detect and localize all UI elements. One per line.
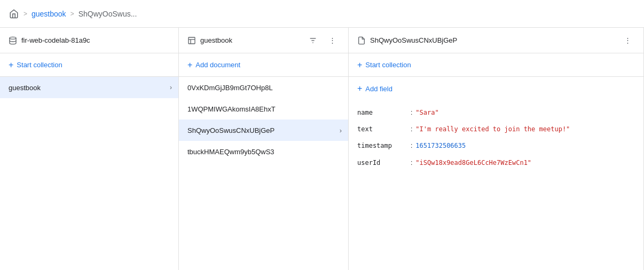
plus-icon: + bbox=[357, 60, 362, 70]
breadcrumb-guestbook[interactable]: guestbook bbox=[32, 10, 66, 18]
fields-panel: ShQwyOoSwusCNxUBjGeP ⋮ + Start collectio… bbox=[349, 28, 644, 270]
more-vert-icon-right[interactable]: ⋮ bbox=[620, 33, 635, 48]
add-field-button[interactable]: + Add field bbox=[357, 84, 392, 93]
start-collection-label: Start collection bbox=[17, 61, 62, 69]
add-document-button[interactable]: + Add document bbox=[187, 60, 240, 70]
document-item-2[interactable]: ShQwyOoSwusCNxUBjGeP › bbox=[179, 120, 348, 141]
filter-icon[interactable] bbox=[305, 33, 320, 48]
document-label: 1WQPMIWGAkomsIA8EhxT bbox=[187, 105, 276, 113]
add-document-label: Add document bbox=[195, 61, 240, 69]
collection-item-label: guestbook bbox=[9, 84, 41, 92]
plus-icon: + bbox=[357, 84, 362, 93]
fields-area: name : "Sara" text : "I'm really excited… bbox=[349, 100, 643, 270]
field-key-userId: userId bbox=[357, 158, 411, 168]
breadcrumb-bar: > guestbook > ShQwyOoSwus... bbox=[0, 0, 644, 28]
start-collection-button[interactable]: + Start collection bbox=[9, 60, 62, 70]
collections-panel: fir-web-codelab-81a9c + Start collection… bbox=[0, 28, 179, 270]
database-icon bbox=[9, 36, 17, 45]
collections-panel-header: fir-web-codelab-81a9c bbox=[0, 28, 178, 53]
start-collection-label-right: Start collection bbox=[365, 61, 411, 69]
document-label: tbuckHMAEQwm9yb5QwS3 bbox=[187, 148, 274, 156]
field-key-name: name bbox=[357, 108, 411, 118]
more-vert-icon[interactable]: ⋮ bbox=[325, 33, 340, 48]
field-colon-text: : bbox=[411, 124, 412, 134]
fields-panel-header: ShQwyOoSwusCNxUBjGeP ⋮ bbox=[349, 28, 643, 53]
field-value-userId[interactable]: "iSQw18x9ead8GeL6CcHe7WzEwCn1" bbox=[415, 158, 531, 168]
field-value-timestamp[interactable]: 1651732506635 bbox=[415, 141, 466, 151]
field-colon-name: : bbox=[411, 108, 412, 118]
field-colon-userId: : bbox=[411, 158, 412, 168]
plus-icon: + bbox=[187, 60, 192, 70]
svg-point-0 bbox=[10, 37, 16, 39]
documents-panel-actions: ⋮ bbox=[305, 33, 340, 48]
collections-panel-title: fir-web-codelab-81a9c bbox=[21, 36, 170, 44]
field-key-timestamp: timestamp bbox=[357, 141, 411, 151]
start-collection-row-right: + Start collection bbox=[349, 53, 643, 77]
document-item-3[interactable]: tbuckHMAEQwm9yb5QwS3 bbox=[179, 141, 348, 162]
document-item-0[interactable]: 0VxKDmGjJB9mGt7OHp8L bbox=[179, 77, 348, 98]
documents-panel: guestbook ⋮ + Add document 0VxKDmGjJB9mG… bbox=[179, 28, 349, 270]
main-content: fir-web-codelab-81a9c + Start collection… bbox=[0, 28, 644, 270]
document-item-1[interactable]: 1WQPMIWGAkomsIA8EhxT bbox=[179, 98, 348, 120]
plus-icon: + bbox=[9, 60, 13, 70]
home-icon[interactable] bbox=[9, 9, 19, 19]
breadcrumb-sep-2: > bbox=[70, 10, 74, 18]
fields-panel-actions: ⋮ bbox=[620, 33, 635, 48]
start-collection-row: + Start collection bbox=[0, 53, 178, 77]
fields-panel-title: ShQwyOoSwusCNxUBjGeP bbox=[370, 36, 616, 44]
field-value-text[interactable]: "I'm really excited to join the meetup!" bbox=[415, 124, 570, 134]
field-colon-timestamp: : bbox=[411, 141, 412, 151]
field-value-name[interactable]: "Sara" bbox=[415, 108, 438, 118]
breadcrumb-document: ShQwyOoSwus... bbox=[78, 10, 137, 18]
field-row-text: text : "I'm really excited to join the m… bbox=[357, 121, 635, 138]
document-label: ShQwyOoSwusCNxUBjGeP bbox=[187, 126, 274, 134]
start-collection-button-right[interactable]: + Start collection bbox=[357, 60, 411, 70]
document-icon bbox=[357, 36, 366, 45]
svg-rect-1 bbox=[189, 37, 195, 44]
document-label: 0VxKDmGjJB9mGt7OHp8L bbox=[187, 84, 273, 92]
field-row-name: name : "Sara" bbox=[357, 105, 635, 121]
field-row-timestamp: timestamp : 1651732506635 bbox=[357, 138, 635, 154]
collection-item-guestbook[interactable]: guestbook › bbox=[0, 77, 178, 98]
field-row-userId: userId : "iSQw18x9ead8GeL6CcHe7WzEwCn1" bbox=[357, 155, 635, 171]
field-key-text: text bbox=[357, 124, 411, 134]
collection-icon bbox=[187, 36, 196, 45]
add-document-row: + Add document bbox=[179, 53, 348, 77]
chevron-right-icon: › bbox=[340, 126, 342, 134]
add-field-label: Add field bbox=[365, 85, 392, 93]
add-field-row: + Add field bbox=[349, 77, 643, 100]
documents-panel-header: guestbook ⋮ bbox=[179, 28, 348, 53]
breadcrumb-sep-1: > bbox=[23, 10, 27, 18]
chevron-right-icon: › bbox=[170, 84, 172, 91]
documents-panel-title: guestbook bbox=[200, 36, 301, 44]
